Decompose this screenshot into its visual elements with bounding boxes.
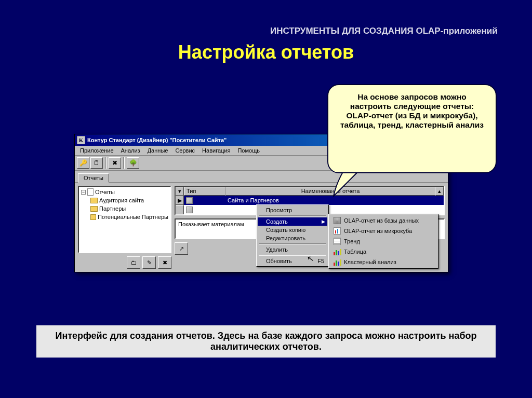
tree-view[interactable]: − Отчеты Аудитория сайта Партнеры Потенц…	[78, 186, 171, 253]
cube-icon	[186, 197, 193, 204]
new-folder-button[interactable]: 🗀	[127, 256, 140, 269]
cube-icon	[186, 207, 193, 213]
tree-item-audience[interactable]: Аудитория сайта	[81, 196, 168, 204]
right-panel: ▾ Тип Наименование отчета ▴ ▶ Сайта и Па…	[175, 186, 445, 269]
row-marker	[176, 205, 184, 214]
sm-label: Таблица	[344, 249, 366, 255]
folder-icon	[90, 206, 98, 212]
menu-help[interactable]: Помощь	[234, 147, 263, 154]
tree-root-label: Отчеты	[95, 188, 115, 196]
row-name: Сайта и Партнеров	[225, 197, 444, 203]
toolbar-sep	[105, 157, 107, 169]
ctx-view[interactable]: Просмотр	[258, 206, 327, 214]
grid-col-name[interactable]: Наименование отчета	[225, 187, 435, 196]
ctx-edit[interactable]: Редактировать	[258, 234, 327, 242]
ctx-sep	[259, 243, 326, 244]
client-area: − Отчеты Аудитория сайта Партнеры Потенц…	[75, 183, 448, 272]
tree-root[interactable]: − Отчеты	[81, 188, 168, 196]
grid-header: ▾ Тип Наименование отчета ▴	[176, 187, 444, 196]
sm-label: Кластерный анализ	[344, 259, 396, 265]
submenu-arrow-icon: ▶	[322, 219, 325, 224]
slide-caption: Интерфейс для создания отчетов. Здесь на…	[36, 325, 496, 358]
window-title-text: Контур Стандарт (Дизайнер) "Посетители С…	[87, 137, 227, 143]
context-menu: Просмотр Создать ▶ Создать копию Редакти…	[256, 204, 329, 267]
callout-bubble: На основе запросов можно настроить следу…	[327, 84, 497, 173]
slide-supertitle: ИНСТРУМЕНТЫ ДЛЯ СОЗДАНИЯ OLAP-приложений	[270, 26, 504, 36]
chart-icon	[333, 227, 341, 235]
ctx-sep	[259, 215, 326, 216]
create-submenu: OLAP-отчет из базы данных OLAP-отчет из …	[328, 214, 438, 269]
run-report-button[interactable]: ↗	[175, 242, 188, 255]
cube-icon	[333, 216, 341, 225]
sm-label: OLAP-отчет из микрокуба	[344, 228, 412, 234]
sm-label: Тренд	[344, 238, 360, 244]
row-marker: ▶	[176, 196, 184, 205]
folder-icon	[90, 214, 96, 220]
menu-data[interactable]: Данные	[144, 147, 171, 154]
grid-scroll-up[interactable]: ▴	[435, 187, 444, 196]
sm-label: OLAP-отчет из базы данных	[344, 217, 419, 224]
tree-button[interactable]: 🌳	[127, 157, 139, 169]
delete-button[interactable]: ✖	[109, 157, 121, 169]
sm-cluster[interactable]: Кластерный анализ	[330, 257, 437, 267]
tree-item-label: Аудитория сайта	[99, 196, 144, 204]
delete-folder-button[interactable]: ✖	[158, 256, 171, 269]
row-type	[184, 207, 225, 213]
sm-olap-db[interactable]: OLAP-отчет из базы данных	[330, 215, 437, 226]
sm-trend[interactable]: Тренд	[330, 236, 437, 246]
grid-col-type[interactable]: Тип	[184, 187, 225, 196]
edit-folder-button[interactable]: ✎	[142, 256, 156, 269]
toolbar-sep-2	[123, 157, 125, 169]
left-panel: − Отчеты Аудитория сайта Партнеры Потенц…	[78, 186, 171, 269]
left-button-row: 🗀 ✎ ✖	[78, 256, 171, 269]
ctx-sep	[259, 255, 326, 256]
props-button[interactable]: 🗒	[90, 157, 103, 169]
grid-icon	[333, 237, 341, 245]
tree-item-label: Партнеры	[99, 204, 126, 213]
menu-analysis[interactable]: Анализ	[118, 147, 143, 154]
ctx-refresh-shortcut: F5	[317, 258, 324, 264]
ctx-delete[interactable]: Удалить	[258, 245, 327, 254]
folder-icon	[90, 198, 98, 203]
sm-table[interactable]: Таблица	[330, 246, 437, 257]
grid-row[interactable]: ▶ Сайта и Партнеров	[176, 196, 444, 205]
menu-app[interactable]: Приложение	[77, 147, 117, 154]
tree-item-potential[interactable]: Потенциальные Партнеры	[81, 213, 168, 221]
tab-reports[interactable]: Отчеты	[78, 173, 109, 183]
app-icon: K	[77, 136, 85, 144]
menu-nav[interactable]: Навигация	[199, 147, 233, 154]
tree-item-label: Потенциальные Партнеры	[98, 213, 168, 221]
slide-title: Настройка отчетов	[0, 42, 532, 63]
collapse-icon[interactable]: −	[81, 190, 86, 195]
tree-item-partners[interactable]: Партнеры	[81, 204, 168, 213]
key-button[interactable]: 🔑	[77, 157, 89, 169]
ctx-refresh-label: Обновить	[266, 258, 292, 264]
row-type	[184, 197, 225, 204]
menu-service[interactable]: Сервис	[172, 147, 198, 154]
ctx-copy[interactable]: Создать копию	[258, 226, 327, 234]
ctx-create[interactable]: Создать ▶	[258, 217, 327, 226]
bars-icon	[333, 248, 341, 256]
sm-olap-mc[interactable]: OLAP-отчет из микрокуба	[330, 226, 437, 236]
grid-col-selector[interactable]: ▾	[176, 187, 184, 196]
ctx-refresh[interactable]: Обновить F5	[258, 257, 327, 265]
ctx-create-label: Создать	[266, 218, 288, 225]
bars-icon	[333, 258, 341, 266]
doc-icon	[87, 188, 94, 196]
